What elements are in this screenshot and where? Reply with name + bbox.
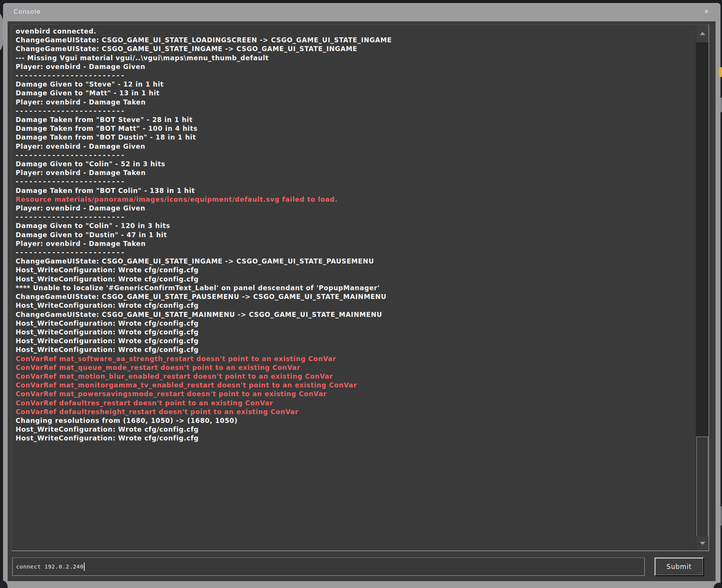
console-line: Resource materials/panorama/images/icons… [16, 195, 696, 204]
down-arrow-icon [700, 542, 705, 545]
console-line: Damage Given to "Colin" - 120 in 3 hits [16, 222, 696, 230]
titlebar[interactable]: Console ✕ [3, 3, 720, 21]
console-line: ConVarRef mat_motion_blur_enabled_restar… [16, 372, 696, 381]
console-line: Damage Taken from "BOT Steve" - 28 in 1 … [16, 116, 696, 124]
console-line: ChangeGameUIState: CSGO_GAME_UI_STATE_IN… [16, 45, 696, 53]
scrollbar-track[interactable] [696, 42, 709, 536]
console-line: Player: ovenbird - Damage Taken [16, 98, 696, 107]
text-cursor [84, 562, 85, 571]
console-line: ------------------------ [16, 71, 696, 80]
command-input-value: connect 192.0.2.240 [16, 564, 83, 570]
console-line: Player: ovenbird - Damage Given [16, 142, 696, 151]
console-line: Player: ovenbird - Damage Taken [16, 239, 696, 248]
console-line: ConVarRef mat_monitorgamma_tv_enabled_re… [16, 381, 696, 390]
submit-label: Submit [666, 563, 692, 570]
console-line: ------------------------ [16, 107, 696, 116]
console-line: Host_WriteConfiguration: Wrote cfg/confi… [16, 337, 696, 345]
console-line: --- Missing Vgui material vgui/..\vgui\m… [16, 54, 696, 63]
console-line: Host_WriteConfiguration: Wrote cfg/confi… [16, 345, 696, 354]
console-line: Damage Given to "Colin" - 52 in 3 hits [16, 160, 696, 169]
up-arrow-icon [700, 32, 705, 35]
console-line: Host_WriteConfiguration: Wrote cfg/confi… [16, 275, 696, 284]
scrollbar-thumb[interactable] [696, 437, 708, 537]
background-yellow-shape [719, 67, 722, 77]
console-line: ChangeGameUIState: CSGO_GAME_UI_STATE_LO… [16, 36, 696, 45]
console-line: ovenbird connected. [16, 27, 696, 36]
console-line: Damage Given to "Matt" - 13 in 1 hit [16, 89, 696, 98]
console-line: Host_WriteConfiguration: Wrote cfg/confi… [16, 319, 696, 328]
console-line: ------------------------ [16, 151, 696, 160]
console-line: Host_WriteConfiguration: Wrote cfg/confi… [16, 328, 696, 337]
console-line: Player: ovenbird - Damage Given [16, 63, 696, 71]
console-line: ConVarRef mat_software_aa_strength_resta… [16, 355, 696, 363]
console-line: ------------------------ [16, 177, 696, 186]
console-output-lines: ovenbird connected.ChangeGameUIState: CS… [12, 25, 696, 551]
scrollbar[interactable] [696, 25, 709, 551]
window-title: Console [14, 8, 41, 15]
scroll-up-button[interactable] [696, 25, 709, 42]
console-line: **** Unable to localize '#GenericConfirm… [16, 284, 696, 292]
console-line: Host_WriteConfiguration: Wrote cfg/confi… [16, 425, 696, 434]
console-output: ovenbird connected.ChangeGameUIState: CS… [11, 24, 709, 551]
console-line: Changing resolutions from (1680, 1050) -… [16, 416, 696, 425]
console-line: ChangeGameUIState: CSGO_GAME_UI_STATE_MA… [16, 310, 696, 319]
console-line: Damage Given to "Steve" - 12 in 1 hit [16, 80, 696, 89]
close-icon[interactable]: ✕ [702, 8, 711, 16]
console-line: Host_WriteConfiguration: Wrote cfg/confi… [16, 301, 696, 310]
console-line: ------------------------ [16, 213, 696, 222]
console-line: ChangeGameUIState: CSGO_GAME_UI_STATE_PA… [16, 292, 696, 301]
console-line: ConVarRef mat_powersavingsmode_restart d… [16, 390, 696, 398]
console-line: ConVarRef defaultresheight_restart doesn… [16, 408, 696, 416]
background-smudge [720, 506, 722, 525]
command-input[interactable]: connect 192.0.2.240 [12, 557, 645, 576]
console-line: Damage Taken from "BOT Dustin" - 18 in 1… [16, 133, 696, 142]
console-line: Player: ovenbird - Damage Given [16, 204, 696, 213]
console-line: Damage Taken from "BOT Matt" - 100 in 4 … [16, 124, 696, 133]
console-line: ChangeGameUIState: CSGO_GAME_UI_STATE_IN… [16, 257, 696, 266]
console-line: Player: ovenbird - Damage Taken [16, 169, 696, 177]
console-line: ConVarRef defaultres_restart doesn't poi… [16, 399, 696, 408]
scroll-down-button[interactable] [696, 536, 709, 551]
console-line: ------------------------ [16, 248, 696, 257]
window-body: ovenbird connected.ChangeGameUIState: CS… [8, 21, 716, 581]
console-line: Damage Given to "Dustin" - 47 in 1 hit [16, 231, 696, 239]
submit-button[interactable]: Submit [655, 557, 704, 576]
console-window: Console ✕ ovenbird connected.ChangeGameU… [3, 3, 720, 588]
console-line: ConVarRef mat_queue_mode_restart doesn't… [16, 363, 696, 372]
console-line: Host_WriteConfiguration: Wrote cfg/confi… [16, 434, 696, 443]
console-line: Host_WriteConfiguration: Wrote cfg/confi… [16, 266, 696, 275]
console-line: Damage Taken from "BOT Colin" - 138 in 1… [16, 186, 696, 195]
